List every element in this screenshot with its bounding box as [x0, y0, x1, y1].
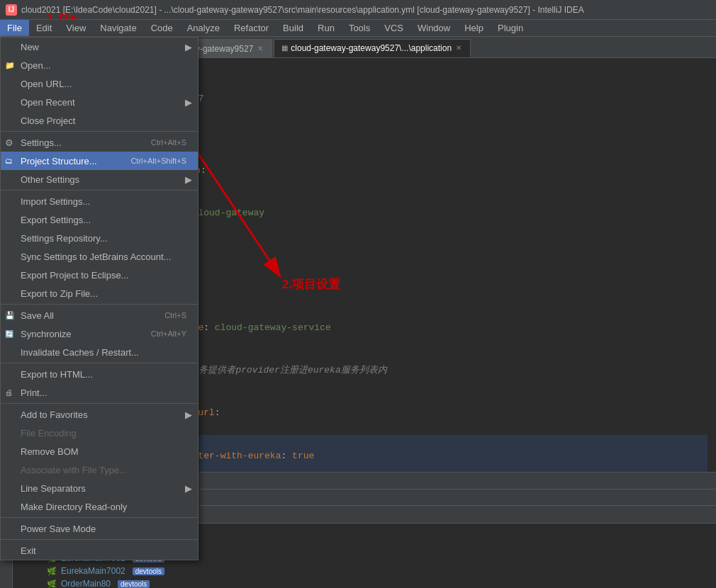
menu-file[interactable]: File — [0, 20, 29, 36]
separator-2 — [1, 190, 198, 191]
menu-item-line-separators[interactable]: Line Separators — [1, 479, 198, 497]
menu-item-close-project[interactable]: Close Project — [1, 111, 198, 130]
menu-item-settings[interactable]: Settings... Ctrl+Alt+S — [1, 133, 198, 152]
menu-item-file-encoding: File Encoding — [1, 424, 198, 442]
sync-label: Synchronize — [21, 329, 72, 339]
menu-refactor[interactable]: Refactor — [227, 20, 276, 36]
menu-item-settings-repo[interactable]: Settings Repository... — [1, 229, 198, 247]
tab-close-gateway[interactable]: ✕ — [256, 45, 264, 52]
eureka7002-icon: 🌿 — [47, 567, 57, 576]
menu-navigate[interactable]: Navigate — [93, 20, 143, 36]
menu-view[interactable]: View — [59, 20, 93, 36]
menu-vcs[interactable]: VCS — [377, 20, 410, 36]
separator-7 — [1, 539, 198, 540]
menu-item-add-favorites[interactable]: Add to Favorites — [1, 405, 198, 424]
save-all-label: Save All — [21, 310, 54, 321]
tab-close-application[interactable]: ✕ — [454, 44, 463, 52]
menu-tools[interactable]: Tools — [342, 20, 377, 36]
separator-1 — [1, 131, 198, 132]
menu-item-power-save[interactable]: Power Save Mode — [1, 519, 198, 538]
menu-item-export-settings[interactable]: Export Settings... — [1, 210, 198, 229]
menu-code[interactable]: Code — [144, 20, 180, 36]
separator-4 — [1, 363, 198, 363]
menu-item-import-settings[interactable]: Import Settings... — [1, 192, 198, 210]
menu-help[interactable]: Help — [457, 20, 491, 36]
tab-application[interactable]: ▦ cloud-gateway-gateway9527\...\applicat… — [274, 39, 471, 57]
app-icon: IJ — [6, 4, 17, 16]
menu-item-other-settings[interactable]: Other Settings — [1, 170, 198, 188]
menu-item-print[interactable]: Print... — [1, 383, 198, 402]
ordermain80-label: OrderMain80 — [61, 579, 111, 588]
ordermain80-icon: 🌿 — [47, 579, 57, 589]
menu-item-exit[interactable]: Exit — [1, 541, 198, 560]
menu-item-project-structure[interactable]: Project Structure... Ctrl+Alt+Shift+S — [1, 152, 198, 170]
eureka7002-label: EurekaMain7002 — [61, 566, 125, 576]
project-structure-shortcut: Ctrl+Alt+Shift+S — [130, 157, 186, 165]
file-dropdown-menu: New Open... Open URL... Open Recent Clos… — [0, 37, 198, 560]
sync-shortcut: Ctrl+Alt+Y — [151, 329, 186, 338]
menu-window[interactable]: Window — [410, 20, 457, 36]
menu-item-associate-file-type: Associate with File Type... — [1, 460, 198, 479]
title-text: cloud2021 [E:\IdeaCode\cloud2021] - ...\… — [21, 5, 584, 15]
menu-item-open-recent[interactable]: Open Recent — [1, 93, 198, 111]
menu-build[interactable]: Build — [276, 20, 311, 36]
menu-item-make-read-only[interactable]: Make Directory Read-only — [1, 497, 198, 516]
menu-item-new[interactable]: New — [1, 38, 198, 56]
project-structure-label: Project Structure... — [21, 156, 97, 166]
eureka7002-tag: devtools — [133, 567, 164, 575]
menu-item-synchronize[interactable]: Synchronize Ctrl+Alt+Y — [1, 324, 198, 343]
menu-item-invalidate[interactable]: Invalidate Caches / Restart... — [1, 343, 198, 361]
save-all-shortcut: Ctrl+S — [164, 311, 186, 320]
settings-label: Settings... — [21, 137, 62, 148]
tab-label-application: cloud-gateway-gateway9527\...\applicatio… — [291, 43, 452, 53]
eureka7002-item[interactable]: 🌿 EurekaMain7002 devtools — [47, 565, 710, 577]
menu-run[interactable]: Run — [311, 20, 342, 36]
menu-item-export-zip[interactable]: Export to Zip File... — [1, 284, 198, 303]
tab-icon-application: ▦ — [281, 44, 288, 52]
separator-5 — [1, 403, 198, 404]
menu-item-remove-bom[interactable]: Remove BOM — [1, 442, 198, 460]
ordermain80-tag: devtools — [118, 580, 150, 588]
settings-shortcut: Ctrl+Alt+S — [151, 138, 186, 147]
menu-item-sync-settings[interactable]: Sync Settings to JetBrains Account... — [1, 247, 198, 266]
separator-6 — [1, 517, 198, 518]
menu-edit[interactable]: Edit — [29, 20, 59, 36]
menu-item-save-all[interactable]: Save All Ctrl+S — [1, 306, 198, 324]
menu-analyze[interactable]: Analyze — [180, 20, 227, 36]
menu-item-open-url[interactable]: Open URL... — [1, 74, 198, 93]
title-bar: IJ cloud2021 [E:\IdeaCode\cloud2021] - .… — [0, 0, 716, 20]
menu-item-export-html[interactable]: Export to HTML... — [1, 365, 198, 383]
menu-bar: File Edit View Navigate Code Analyze Ref… — [0, 20, 716, 37]
ordermain80-item[interactable]: 🌿 OrderMain80 devtools — [47, 577, 710, 588]
menu-plugin[interactable]: Plugin — [491, 20, 530, 36]
separator-3 — [1, 304, 198, 305]
menu-item-export-eclipse[interactable]: Export Project to Eclipse... — [1, 266, 198, 284]
menu-item-open[interactable]: Open... — [1, 56, 198, 74]
